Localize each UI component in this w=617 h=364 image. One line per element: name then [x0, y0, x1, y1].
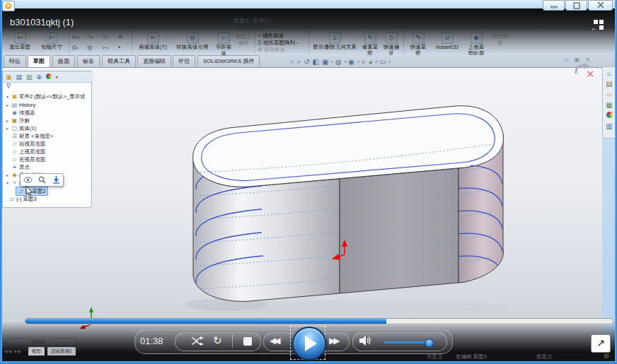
rewind-icon[interactable]: ◀◀: [270, 336, 278, 346]
tree-item-solid-bodies[interactable]: ▸▢实体(1): [6, 124, 36, 132]
section-view-icon[interactable]: ◧: [313, 58, 319, 66]
tree-filter-row: ∇: [3, 83, 90, 91]
propertymanager-tab-icon[interactable]: ▤: [16, 74, 23, 81]
custom-properties-icon[interactable]: ▥: [605, 122, 614, 131]
sketch-icon: ▱: [8, 196, 15, 202]
zoom-fit-icon[interactable]: ⌕: [290, 57, 294, 66]
view-palette-icon[interactable]: ▦: [605, 100, 614, 110]
stop-button[interactable]: [243, 337, 252, 346]
fast-forward-icon[interactable]: ▶▶: [329, 336, 338, 346]
zoom-area-icon[interactable]: ⌕: [297, 57, 301, 66]
normal-to-icon[interactable]: [52, 176, 60, 184]
hide-show-eye-icon[interactable]: [23, 177, 33, 183]
expand-arrow-icon[interactable]: ▸: [6, 102, 11, 107]
view-settings-icon[interactable]: ▭: [379, 58, 386, 66]
pop-out-button[interactable]: ↗: [591, 334, 611, 353]
apply-scene-icon[interactable]: ◕: [369, 58, 373, 66]
tree-item-annotations[interactable]: ▸▣注解: [6, 117, 30, 124]
task-pane: ⌂ ▤ ▱ ▦ ▥: [602, 66, 616, 139]
close-button[interactable]: [588, 0, 613, 11]
bottom-tab-model[interactable]: 模型: [28, 347, 45, 356]
pill-divider: [232, 334, 233, 348]
confirmation-corner: ✕: [573, 62, 604, 88]
play-button[interactable]: [292, 327, 326, 360]
tree-item-history[interactable]: ▸▤History: [6, 101, 35, 109]
tree-item-top-plane[interactable]: ▱上视基准面: [11, 148, 46, 155]
tab-sketch[interactable]: 草图: [28, 55, 50, 67]
collapse-arrow-icon[interactable]: ▾: [6, 94, 11, 99]
pop-out-arrow-icon: ↗: [596, 337, 605, 348]
volume-slider-thumb[interactable]: [425, 339, 434, 348]
annotations-icon: ▣: [11, 117, 18, 124]
featuremanager-panel: ▣ ▤ ▥ ⊕ ▸ ∇ ▾ ▣ 零件2 (默认<<默认>_显示状 ▸▤Histo…: [2, 71, 92, 208]
cancel-sketch-corner-icon[interactable]: ✕: [586, 68, 595, 81]
status-custom: 自定义: [536, 353, 553, 360]
file-explorer-icon[interactable]: ▱: [605, 90, 614, 99]
edit-appearance-icon[interactable]: ●: [362, 58, 366, 66]
minimize-icon: [550, 2, 558, 8]
featuremanager-tab-icon[interactable]: ▣: [6, 74, 12, 81]
tree-item-right-plane[interactable]: ▱右视基准面: [11, 155, 46, 163]
status-editing-sketch: 在编辑 草图3: [456, 353, 487, 360]
panel-expand-icon[interactable]: ▸: [56, 74, 59, 80]
seek-bar-progress: [25, 319, 386, 324]
zoom-to-selection-icon[interactable]: [38, 176, 46, 184]
displaymanager-tab-icon[interactable]: [46, 74, 52, 81]
expand-arrow-icon[interactable]: ▸: [6, 172, 11, 177]
aero-titlebar[interactable]: [2, 0, 615, 8]
design-library-icon[interactable]: ▤: [605, 79, 614, 88]
plane-icon: ▱: [11, 141, 18, 147]
expand-arrow-icon[interactable]: ▸: [6, 126, 11, 131]
minimize-button[interactable]: [543, 0, 565, 11]
tab-evaluate[interactable]: 评估: [173, 55, 195, 67]
tree-root-item[interactable]: ▾ ▣ 零件2 (默认<<默认>_显示状: [6, 93, 86, 100]
display-style-icon[interactable]: ◍: [335, 58, 342, 66]
aero-border-left: [0, 0, 2, 364]
volume-icon[interactable]: [359, 336, 372, 346]
maximize-button[interactable]: [565, 0, 587, 11]
compact-mode-icon[interactable]: ←: [592, 20, 604, 31]
expand-arrow-icon[interactable]: ▸: [6, 118, 11, 123]
tab-features[interactable]: 特征: [4, 55, 26, 67]
status-under-defined: 欠定义: [427, 353, 443, 360]
tree-item-origin[interactable]: +原点: [11, 163, 30, 171]
plane-icon: ▱: [11, 156, 18, 163]
volume-slider[interactable]: [384, 341, 434, 344]
tab-surfaces[interactable]: 曲面: [52, 55, 75, 67]
appearances-icon[interactable]: [605, 111, 614, 120]
player-video-title: b301031qktj (1): [10, 17, 74, 28]
headsup-toolbar: ⌕ ⌕ ↺ ◧ ▣▾ ◍▾ ◉▾ ● ◕▾ ▭▾: [290, 57, 393, 66]
repeat-icon[interactable]: ↻: [213, 334, 222, 347]
hide-show-items-icon[interactable]: ◉: [348, 58, 354, 66]
play-icon: [305, 336, 317, 351]
sw-doc-title: 草图3 - 零件2 *: [233, 17, 271, 25]
tab-mold-tools[interactable]: 模具工具: [102, 55, 136, 67]
tree-item-sensors[interactable]: ◉传感器: [11, 109, 35, 117]
volume-slider-fill: [384, 341, 428, 344]
view-orientation-icon[interactable]: ▣: [322, 58, 328, 66]
dimxpertmanager-tab-icon[interactable]: ⊕: [37, 74, 42, 81]
shuffle-icon[interactable]: [191, 336, 204, 346]
status-globe-icon[interactable]: ◍: [604, 352, 609, 359]
filter-funnel-icon[interactable]: ∇: [6, 83, 11, 90]
bottom-tab-motion-study[interactable]: 运动算例1: [47, 347, 76, 356]
model-shadow: [205, 300, 509, 313]
player-app-icon[interactable]: [2, 1, 15, 11]
tab-sheet-metal[interactable]: 钣金: [77, 55, 100, 67]
tree-item-material[interactable]: ☰材质 <未指定>: [11, 132, 53, 140]
video-top-overlay: [2, 8, 615, 54]
model-3d[interactable]: [180, 98, 513, 313]
close-icon: [597, 2, 604, 8]
tab-solidworks-addins[interactable]: SOLIDWORKS 插件: [197, 55, 260, 67]
featuremanager-tab-strip: ▣ ▤ ▥ ⊕ ▸: [3, 71, 93, 83]
seek-bar[interactable]: [25, 318, 613, 324]
player-window: ↩ 退出草图 ⊢ 智能尺寸 ▭▾ ∩▾ ○▾ A ⊙▾ ◎ ⌐▾ • ✂ 剪裁实…: [0, 0, 617, 364]
previous-view-icon[interactable]: ↺: [304, 58, 309, 66]
mouse-cursor: [25, 186, 34, 197]
tab-direct-editing[interactable]: 直接编辑: [137, 55, 171, 67]
sw-resources-icon[interactable]: ⌂: [605, 69, 614, 78]
configurationmanager-tab-icon[interactable]: ▥: [26, 74, 33, 81]
collapse-arrow-icon[interactable]: ▾: [6, 180, 11, 185]
tree-item-front-plane[interactable]: ▱前视基准面: [11, 140, 46, 148]
motion-nav-arrows[interactable]: ◀◀ ▶▶: [4, 348, 22, 353]
